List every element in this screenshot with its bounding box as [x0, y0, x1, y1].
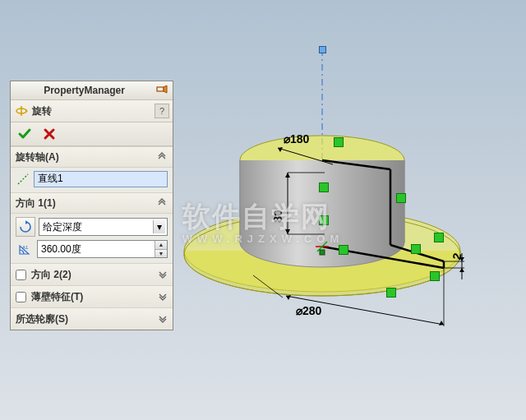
- relation-handle[interactable]: [430, 271, 440, 281]
- chevron-down-icon: [158, 313, 168, 325]
- section-contours[interactable]: 所选轮廓(S): [11, 307, 173, 330]
- end-condition-value: 给定深度: [43, 220, 153, 234]
- dimension-d280[interactable]: ⌀280: [296, 304, 321, 317]
- chevron-up-icon: [156, 151, 168, 163]
- dimension-d180[interactable]: ⌀180: [284, 132, 309, 145]
- section-axis: 旋转轴(A) 直线1: [11, 146, 173, 192]
- axis-endpoint-handle[interactable]: [319, 46, 326, 53]
- ok-button[interactable]: [16, 125, 34, 143]
- relation-handle[interactable]: [319, 215, 329, 225]
- revolve-icon: [14, 104, 29, 118]
- cancel-button[interactable]: [40, 125, 58, 143]
- relation-handle[interactable]: [411, 244, 421, 254]
- dimension-height[interactable]: 80: [271, 210, 284, 223]
- chevron-down-icon: [158, 291, 168, 303]
- relation-handle[interactable]: [396, 193, 406, 203]
- direction2-label: 方向 2(2): [31, 268, 153, 282]
- relation-handle[interactable]: [319, 182, 329, 192]
- section-axis-header[interactable]: 旋转轴(A): [11, 147, 173, 168]
- section-direction1: 方向 1(1) 给定深度 ▾ A1 360.00度: [11, 192, 173, 263]
- confirm-row: [11, 122, 173, 146]
- axis-line-icon: [16, 172, 30, 187]
- spinner-down-button[interactable]: ▼: [155, 250, 167, 258]
- angle-value[interactable]: 360.00度: [38, 241, 155, 257]
- feature-name: 旋转: [32, 104, 155, 118]
- chevron-down-icon: [158, 269, 168, 281]
- angle-icon: A1: [16, 240, 34, 258]
- pm-title: PropertyManager: [14, 85, 155, 96]
- angle-spinner[interactable]: 360.00度 ▲ ▼: [37, 240, 168, 258]
- section-direction1-label: 方向 1(1): [16, 196, 156, 210]
- section-thin-feature[interactable]: 薄壁特征(T): [11, 285, 173, 307]
- property-manager-panel: PropertyManager 旋转 ? 旋转轴(A): [10, 81, 173, 330]
- feature-header: 旋转 ?: [11, 100, 173, 122]
- svg-rect-24: [157, 87, 164, 91]
- svg-text:A1: A1: [22, 245, 29, 250]
- pm-titlebar: PropertyManager: [11, 81, 173, 100]
- section-direction2[interactable]: 方向 2(2): [11, 263, 173, 285]
- dropdown-icon: ▾: [153, 220, 165, 233]
- relation-handle[interactable]: [386, 288, 396, 298]
- relation-handle[interactable]: [434, 233, 444, 242]
- pin-icon[interactable]: [155, 84, 169, 97]
- section-direction1-header[interactable]: 方向 1(1): [11, 193, 173, 214]
- direction2-checkbox[interactable]: [16, 270, 26, 280]
- thin-feature-checkbox[interactable]: [16, 292, 26, 302]
- help-button[interactable]: ?: [155, 104, 169, 118]
- axis-input[interactable]: 直线1: [34, 171, 168, 187]
- end-condition-combo[interactable]: 给定深度 ▾: [39, 218, 168, 236]
- reverse-direction-button[interactable]: [16, 217, 35, 237]
- relation-handle[interactable]: [334, 137, 344, 147]
- contours-label: 所选轮廓(S): [16, 312, 158, 326]
- svg-line-26: [18, 174, 28, 184]
- thin-feature-label: 薄壁特征(T): [31, 290, 153, 304]
- svg-rect-21: [320, 250, 325, 255]
- spinner-up-button[interactable]: ▲: [155, 241, 167, 250]
- relation-handle[interactable]: [339, 245, 348, 255]
- chevron-up-icon: [156, 197, 168, 209]
- section-axis-label: 旋转轴(A): [16, 150, 156, 164]
